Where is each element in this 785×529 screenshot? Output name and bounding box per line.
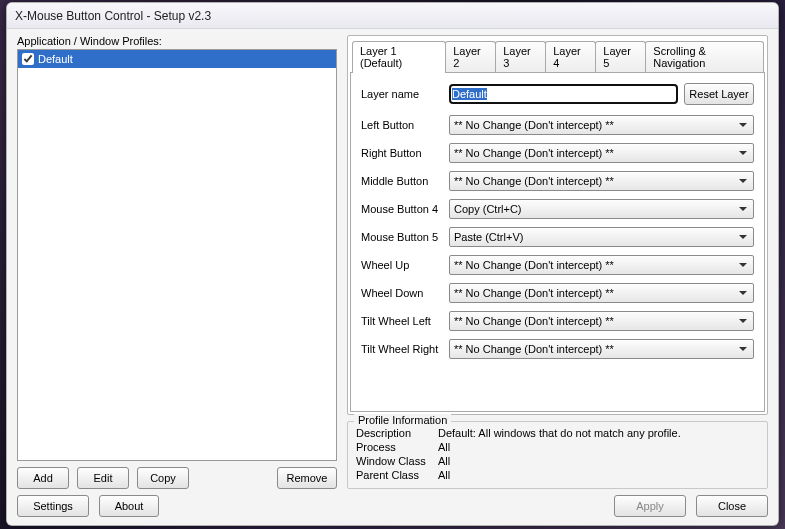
info-label: Parent Class bbox=[356, 468, 432, 482]
binding-combo[interactable]: Paste (Ctrl+V) bbox=[449, 227, 754, 247]
info-row: Window ClassAll bbox=[356, 454, 759, 468]
edit-button[interactable]: Edit bbox=[77, 467, 129, 489]
profile-info-fieldset: Profile Information DescriptionDefault: … bbox=[347, 421, 768, 489]
app-window: X-Mouse Button Control - Setup v2.3 Appl… bbox=[6, 2, 779, 526]
tab-layer1[interactable]: Layer 1 (Default) bbox=[352, 41, 446, 73]
layer-panel: Layer 1 (Default) Layer 2 Layer 3 Layer … bbox=[347, 35, 768, 415]
info-row: Parent ClassAll bbox=[356, 468, 759, 482]
profile-info-rows: DescriptionDefault: All windows that do … bbox=[356, 426, 759, 482]
layer-name-input[interactable] bbox=[449, 84, 678, 104]
titlebar[interactable]: X-Mouse Button Control - Setup v2.3 bbox=[7, 3, 778, 29]
profile-buttons: Add Edit Copy Remove bbox=[17, 467, 337, 489]
layer-name-label: Layer name bbox=[361, 88, 443, 100]
binding-row: Tilt Wheel Left** No Change (Don't inter… bbox=[361, 311, 754, 331]
binding-row: Mouse Button 4Copy (Ctrl+C) bbox=[361, 199, 754, 219]
about-button[interactable]: About bbox=[99, 495, 159, 517]
layer-name-row: Layer name Reset Layer bbox=[361, 83, 754, 105]
binding-row: Middle Button** No Change (Don't interce… bbox=[361, 171, 754, 191]
binding-row: Tilt Wheel Right** No Change (Don't inte… bbox=[361, 339, 754, 359]
copy-button[interactable]: Copy bbox=[137, 467, 189, 489]
spacer bbox=[197, 467, 269, 489]
window-title: X-Mouse Button Control - Setup v2.3 bbox=[15, 9, 211, 23]
binding-label: Mouse Button 4 bbox=[361, 203, 443, 215]
info-value: Default: All windows that do not match a… bbox=[438, 426, 681, 440]
close-button[interactable]: Close bbox=[696, 495, 768, 517]
binding-combo[interactable]: ** No Change (Don't intercept) ** bbox=[449, 283, 754, 303]
profiles-list[interactable]: Default bbox=[17, 49, 337, 461]
tab-layer2[interactable]: Layer 2 bbox=[445, 41, 496, 73]
right-side: Layer 1 (Default) Layer 2 Layer 3 Layer … bbox=[347, 35, 768, 489]
profile-info-legend: Profile Information bbox=[354, 414, 451, 426]
profiles-label: Application / Window Profiles: bbox=[17, 35, 337, 47]
binding-label: Wheel Down bbox=[361, 287, 443, 299]
upper-area: Application / Window Profiles: Default A… bbox=[17, 35, 768, 489]
binding-label: Mouse Button 5 bbox=[361, 231, 443, 243]
binding-row: Wheel Down** No Change (Don't intercept)… bbox=[361, 283, 754, 303]
profile-item-default[interactable]: Default bbox=[18, 50, 336, 68]
apply-button[interactable]: Apply bbox=[614, 495, 686, 517]
info-row: ProcessAll bbox=[356, 440, 759, 454]
info-value: All bbox=[438, 468, 450, 482]
profile-item-label: Default bbox=[38, 53, 73, 65]
binding-combo[interactable]: ** No Change (Don't intercept) ** bbox=[449, 311, 754, 331]
binding-row: Wheel Up** No Change (Don't intercept) *… bbox=[361, 255, 754, 275]
tab-layer5[interactable]: Layer 5 bbox=[595, 41, 646, 73]
binding-label: Left Button bbox=[361, 119, 443, 131]
left-pane: Application / Window Profiles: Default A… bbox=[17, 35, 337, 489]
binding-rows: Left Button** No Change (Don't intercept… bbox=[361, 115, 754, 359]
binding-combo[interactable]: ** No Change (Don't intercept) ** bbox=[449, 171, 754, 191]
info-label: Process bbox=[356, 440, 432, 454]
binding-combo[interactable]: Copy (Ctrl+C) bbox=[449, 199, 754, 219]
info-value: All bbox=[438, 440, 450, 454]
content-area: Application / Window Profiles: Default A… bbox=[7, 29, 778, 525]
binding-row: Left Button** No Change (Don't intercept… bbox=[361, 115, 754, 135]
add-button[interactable]: Add bbox=[17, 467, 69, 489]
binding-label: Middle Button bbox=[361, 175, 443, 187]
profile-checkbox[interactable] bbox=[22, 53, 34, 65]
footer: Settings About Apply Close bbox=[17, 495, 768, 517]
binding-row: Mouse Button 5Paste (Ctrl+V) bbox=[361, 227, 754, 247]
binding-label: Tilt Wheel Right bbox=[361, 343, 443, 355]
binding-label: Right Button bbox=[361, 147, 443, 159]
info-label: Description bbox=[356, 426, 432, 440]
remove-button[interactable]: Remove bbox=[277, 467, 337, 489]
tabs-row: Layer 1 (Default) Layer 2 Layer 3 Layer … bbox=[350, 38, 765, 72]
binding-label: Wheel Up bbox=[361, 259, 443, 271]
tab-layer4[interactable]: Layer 4 bbox=[545, 41, 596, 73]
binding-combo[interactable]: ** No Change (Don't intercept) ** bbox=[449, 143, 754, 163]
info-label: Window Class bbox=[356, 454, 432, 468]
binding-combo[interactable]: ** No Change (Don't intercept) ** bbox=[449, 115, 754, 135]
binding-row: Right Button** No Change (Don't intercep… bbox=[361, 143, 754, 163]
tab-layer3[interactable]: Layer 3 bbox=[495, 41, 546, 73]
binding-combo[interactable]: ** No Change (Don't intercept) ** bbox=[449, 339, 754, 359]
settings-button[interactable]: Settings bbox=[17, 495, 89, 517]
info-value: All bbox=[438, 454, 450, 468]
binding-combo[interactable]: ** No Change (Don't intercept) ** bbox=[449, 255, 754, 275]
tab-body: Layer name Reset Layer Left Button** No … bbox=[350, 72, 765, 412]
reset-layer-button[interactable]: Reset Layer bbox=[684, 83, 754, 105]
tab-scrolling[interactable]: Scrolling & Navigation bbox=[645, 41, 764, 73]
binding-label: Tilt Wheel Left bbox=[361, 315, 443, 327]
info-row: DescriptionDefault: All windows that do … bbox=[356, 426, 759, 440]
